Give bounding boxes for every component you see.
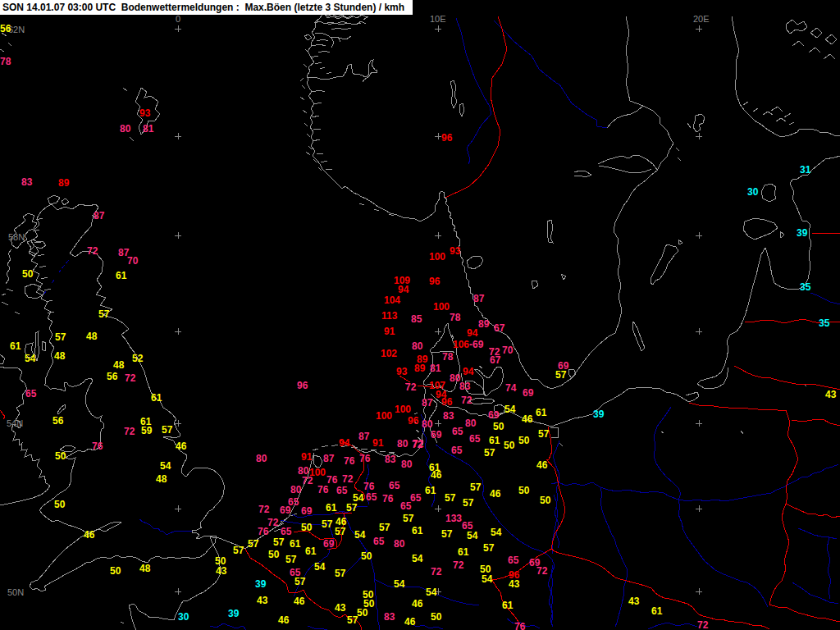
svg-text:65: 65: [452, 426, 463, 437]
svg-text:46: 46: [294, 596, 305, 607]
svg-text:96: 96: [408, 415, 419, 427]
svg-text:69: 69: [323, 538, 335, 550]
svg-text:65: 65: [25, 388, 37, 399]
svg-text:76: 76: [344, 455, 355, 467]
svg-text:50: 50: [54, 499, 66, 510]
svg-text:54: 54: [467, 530, 478, 541]
svg-text:69: 69: [301, 505, 313, 517]
svg-text:54: 54: [482, 573, 493, 585]
svg-text:76: 76: [363, 481, 375, 492]
svg-text:80: 80: [465, 418, 477, 429]
svg-text:57: 57: [470, 482, 482, 493]
svg-text:83: 83: [385, 454, 396, 465]
svg-text:61: 61: [425, 485, 436, 496]
svg-text:61: 61: [326, 502, 337, 514]
svg-text:69: 69: [488, 409, 500, 421]
svg-text:57: 57: [445, 492, 456, 504]
svg-text:50: 50: [301, 522, 313, 533]
svg-text:50: 50: [540, 495, 551, 506]
svg-text:50: 50: [518, 485, 530, 496]
svg-text:94: 94: [339, 437, 350, 449]
svg-text:69: 69: [431, 429, 442, 441]
svg-text:57: 57: [484, 447, 495, 459]
svg-text:46: 46: [522, 413, 533, 425]
svg-text:46: 46: [412, 598, 423, 609]
svg-text:54N: 54N: [7, 418, 23, 428]
svg-text:50: 50: [55, 450, 66, 462]
svg-text:93: 93: [450, 245, 461, 257]
svg-text:39: 39: [593, 409, 605, 420]
svg-text:72: 72: [697, 619, 709, 630]
svg-text:31: 31: [800, 164, 811, 176]
svg-text:67: 67: [494, 322, 505, 334]
svg-text:39: 39: [228, 608, 240, 619]
svg-text:57: 57: [403, 513, 414, 524]
svg-text:80: 80: [256, 453, 267, 464]
svg-text:61: 61: [116, 270, 127, 281]
svg-text:80: 80: [422, 418, 433, 430]
svg-text:35: 35: [819, 317, 830, 329]
svg-text:72: 72: [125, 372, 136, 384]
svg-text:93: 93: [139, 107, 151, 119]
svg-text:56: 56: [0, 23, 11, 34]
svg-text:76: 76: [258, 526, 269, 537]
svg-text:-69: -69: [469, 339, 484, 350]
svg-text:65: 65: [410, 492, 422, 504]
svg-text:57: 57: [335, 568, 346, 579]
svg-text:46: 46: [278, 614, 290, 626]
svg-text:61: 61: [536, 407, 547, 418]
svg-text:48: 48: [156, 473, 167, 485]
svg-text:85: 85: [411, 313, 422, 325]
svg-text:81: 81: [430, 363, 441, 374]
svg-text:50: 50: [110, 565, 121, 577]
svg-text:61: 61: [305, 546, 317, 557]
svg-text:61: 61: [429, 462, 441, 473]
svg-text:91: 91: [384, 326, 395, 337]
svg-text:54: 54: [25, 353, 36, 364]
svg-text:65: 65: [469, 433, 481, 445]
svg-text:54: 54: [504, 404, 516, 415]
svg-text:54: 54: [160, 460, 171, 472]
svg-text:100: 100: [395, 404, 411, 415]
svg-text:89: 89: [478, 318, 490, 330]
svg-text:50N: 50N: [7, 587, 24, 597]
svg-text:59: 59: [141, 425, 153, 436]
svg-text:35: 35: [800, 281, 811, 293]
svg-text:65: 65: [373, 536, 385, 547]
svg-text:50: 50: [357, 607, 368, 619]
svg-text:43: 43: [335, 602, 346, 614]
svg-text:57: 57: [322, 518, 333, 530]
svg-text:61: 61: [489, 435, 500, 446]
svg-text:43: 43: [509, 578, 520, 590]
svg-text:54: 54: [491, 527, 502, 538]
svg-text:46: 46: [84, 529, 95, 541]
svg-text:54: 54: [426, 587, 437, 598]
svg-text:57: 57: [347, 614, 358, 626]
svg-text:57: 57: [162, 424, 173, 436]
svg-text:57: 57: [335, 526, 346, 537]
svg-text:70: 70: [127, 255, 139, 267]
svg-text:67: 67: [490, 354, 501, 366]
svg-text:72: 72: [461, 395, 472, 406]
svg-text:50: 50: [431, 611, 442, 623]
svg-text:72: 72: [405, 381, 417, 393]
svg-text:94: 94: [463, 366, 474, 377]
svg-text:57: 57: [294, 576, 306, 587]
svg-text:87: 87: [358, 431, 370, 442]
svg-text:57: 57: [248, 538, 259, 550]
svg-text:80: 80: [290, 484, 302, 495]
svg-text:72: 72: [536, 565, 548, 577]
svg-text:91: 91: [301, 451, 313, 463]
svg-text:80: 80: [401, 459, 413, 470]
svg-text:76: 76: [514, 621, 526, 630]
svg-text:102: 102: [381, 348, 397, 359]
svg-text:113: 113: [381, 310, 398, 322]
svg-text:93: 93: [396, 366, 408, 377]
svg-text:65: 65: [366, 491, 377, 503]
svg-text:52: 52: [132, 353, 144, 364]
svg-text:57: 57: [483, 542, 495, 554]
svg-text:46: 46: [176, 441, 187, 452]
svg-text:106: 106: [453, 339, 469, 350]
svg-text:83: 83: [459, 381, 471, 392]
svg-text:61: 61: [502, 600, 514, 611]
